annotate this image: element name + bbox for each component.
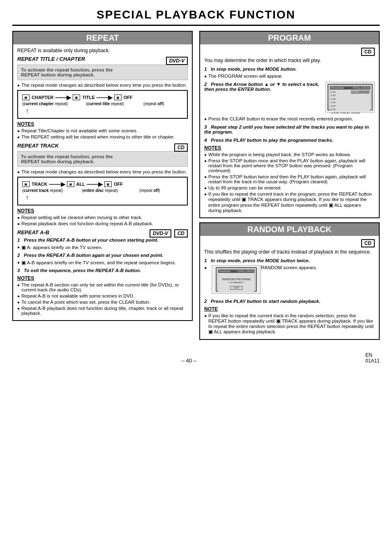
arrow-4: ——▶	[87, 181, 103, 187]
random-header: RANDOM PLAYBACK	[200, 223, 379, 236]
gray-box-2-line1: To activate the repeat function, press t…	[21, 154, 184, 159]
all-label: ALL	[76, 182, 85, 187]
random-screen: RANDOM TOTAL 0:00:00 RANDOM PROGRAM -- n…	[216, 267, 257, 292]
program-cd-badge: CD	[361, 48, 375, 56]
random-content: CD This shuffles the playing order of tr…	[200, 236, 379, 339]
right-column: PROGRAM CD You may determine the order i…	[199, 31, 380, 344]
program-bullet-1: The PROGRAM screen will appear.	[204, 74, 375, 78]
program-header: PROGRAM	[200, 32, 379, 44]
gray-box-1-line2: REPEAT button during playback.	[21, 72, 184, 77]
program-note-3: Press the STOP button twice and then the…	[204, 174, 375, 184]
repeat-track-heading: REPEAT TRACK CD	[17, 143, 188, 149]
page-number: – 40 –	[182, 358, 196, 364]
repeat-content: REPEAT is available only during playback…	[13, 44, 192, 320]
footer-right: EN 01A11	[365, 352, 380, 364]
random-cd-badge: CD	[361, 239, 375, 247]
track-icon: ▣	[22, 181, 30, 187]
program-step-4: 4 Press the PLAY button to play the prog…	[204, 138, 375, 143]
random-step-2: 2 Press the PLAY button to start random …	[204, 299, 375, 304]
arrow-2: ——▶	[97, 94, 113, 101]
repeat-title-chapter-heading: REPEAT TITLE / CHAPTER DVD-V	[17, 56, 188, 62]
up-arrow-2: ↑	[25, 194, 29, 201]
dvdv-badge-3: DVD-V	[150, 229, 171, 238]
ab-bullet-1: ▣ A- appears briefly on the TV screen.	[17, 245, 188, 250]
footer-lang: EN	[365, 352, 380, 358]
note-2-2: Repeat playback does not function during…	[17, 221, 188, 226]
ab-note-2: Repeat A-B is not available with some sc…	[17, 293, 188, 298]
program-box: PROGRAM CD You may determine the order i…	[199, 31, 380, 218]
program-step-2: PROGRAM TOTAL 0:00:00 0:34 0:26 0:18 0	[204, 82, 375, 114]
title-icon: ▣	[73, 95, 80, 100]
chapter-sublabel: (current chapter repeat)	[22, 102, 86, 106]
program-step-1: 1 In stop mode, press the MODE button.	[204, 67, 375, 72]
program-intro: You may determine the order in which tra…	[204, 58, 375, 63]
notes-title-1: NOTES	[17, 121, 188, 127]
program-note-1: While the program is being played back, …	[204, 152, 375, 157]
footer: – 40 – EN 01A11	[12, 352, 380, 364]
program-note-4: Up to 99 programs can be entered.	[204, 185, 375, 190]
arrow-1: ——▶	[55, 94, 71, 101]
up-arrow-1: ↑	[25, 107, 29, 114]
ab-step-2: 2 Press the REPEAT A-B button again at y…	[17, 253, 188, 258]
program-bullet-2: Press the CLEAR button to erase the most…	[204, 116, 375, 121]
title-sublabel: (current title repeat)	[86, 102, 143, 106]
random-screen-title: RANDOM TOTAL 0:00:00	[218, 270, 254, 273]
chapter-icon: ▣	[22, 95, 30, 100]
program-screen: PROGRAM TOTAL 0:00:00 0:34 0:26 0:18 0	[327, 84, 373, 111]
off-icon-1: ▣	[114, 95, 122, 100]
repeat-bullet-2: The repeat mode changes as described bel…	[17, 169, 188, 174]
program-step-3: 3 Repeat step 2 until you have selected …	[204, 125, 375, 134]
program-content: CD You may determine the order in which …	[200, 44, 379, 217]
random-screen-inner: RANDOM PROGRAM -- no indication -- CD/D	[218, 273, 254, 293]
track-sublabel: (current track repeat)	[22, 188, 82, 193]
off-icon-2: ▣	[104, 181, 112, 187]
screen-title: PROGRAM TOTAL 0:00:00	[330, 86, 370, 90]
diagram-1-row: ▣ CHAPTER ——▶ ▣ TITLE ——▶ ▣ OFF	[22, 94, 183, 101]
repeat-diagram-1: ▣ CHAPTER ——▶ ▣ TITLE ——▶ ▣ OFF (current…	[17, 90, 188, 119]
diagram-2-row: ▣ TRACK ——▶ ▣ ALL ——▶ ▣ OFF	[22, 181, 183, 187]
off-sublabel-2: (repeat off)	[139, 188, 160, 193]
chapter-label: CHAPTER	[32, 95, 53, 100]
gray-box-2-line2: REPEAT button during playback.	[21, 159, 184, 164]
repeat-diagram-2: ▣ TRACK ——▶ ▣ ALL ——▶ ▣ OFF (current tra…	[17, 177, 188, 205]
random-note-1: If you like to repeat the current track …	[204, 313, 375, 335]
off-label-1: OFF	[124, 95, 133, 100]
all-sublabel: (entire disc repeat)	[82, 188, 139, 193]
ab-note-1: The repeat A-B section can only be set w…	[17, 282, 188, 292]
cd-badge-3: CD	[174, 229, 188, 238]
repeat-bullet-1: The repeat mode changes as described bel…	[17, 83, 188, 88]
random-intro: This shuffles the playing order of track…	[204, 249, 375, 255]
cd-badge-2: CD	[174, 143, 188, 152]
repeat-ab-heading: REPEAT A-B DVD-V CD	[17, 229, 188, 235]
ab-bullet-2: ▣ A-B appears briefly on the TV screen, …	[17, 260, 188, 265]
repeat-gray-box-1: To activate the repeat function, press t…	[17, 65, 188, 80]
random-box: RANDOM PLAYBACK CD This shuffles the pla…	[199, 222, 380, 340]
random-note-title: NOTE	[204, 306, 375, 312]
note-1-1: Repeat Title/Chapter is not available wi…	[17, 128, 188, 133]
off-label-2: OFF	[114, 182, 123, 187]
note-2-1: Repeat setting will be cleared when movi…	[17, 215, 188, 220]
program-screen-mockup: PROGRAM TOTAL 0:00:00 0:34 0:26 0:18 0	[325, 82, 375, 113]
title-label: TITLE	[82, 95, 95, 100]
dvd-v-badge-1: DVD-V	[166, 57, 188, 65]
footer-code: 01A11	[365, 358, 380, 364]
off-sublabel-1: (repeat off)	[143, 102, 164, 106]
ab-note-3: To cancel the A point which was set, pre…	[17, 300, 188, 305]
arrow-3: ——▶	[49, 181, 65, 187]
repeat-header: REPEAT	[13, 32, 192, 44]
ab-step-3: 3 To exit the sequence, press the REPEAT…	[17, 268, 188, 273]
notes-title-3: NOTES	[17, 275, 188, 281]
screen-inner: 0:34 0:26 0:18 0:16 0:15 0:12 □ 0:34	[330, 90, 370, 111]
note-1-2: The REPEAT setting will be cleared when …	[17, 134, 188, 139]
program-note-5: If you like to repeat the current track …	[204, 192, 375, 213]
program-notes-title: NOTES	[204, 145, 375, 151]
repeat-box: REPEAT REPEAT is available only during p…	[12, 31, 193, 321]
gray-box-1-line1: To activate the repeat function, press t…	[21, 67, 184, 72]
random-step-1: 1 In stop mode, press the MODE button tw…	[204, 258, 375, 263]
random-bullet-1: RANDOM TOTAL 0:00:00 RANDOM PROGRAM -- n…	[204, 265, 375, 295]
repeat-gray-box-2: To activate the repeat function, press t…	[17, 151, 188, 167]
notes-title-2: NOTES	[17, 208, 188, 214]
repeat-section: REPEAT REPEAT is available only during p…	[12, 31, 193, 344]
repeat-intro: REPEAT is available only during playback…	[17, 48, 188, 53]
random-screen-mockup: RANDOM TOTAL 0:00:00 RANDOM PROGRAM -- n…	[212, 265, 261, 294]
